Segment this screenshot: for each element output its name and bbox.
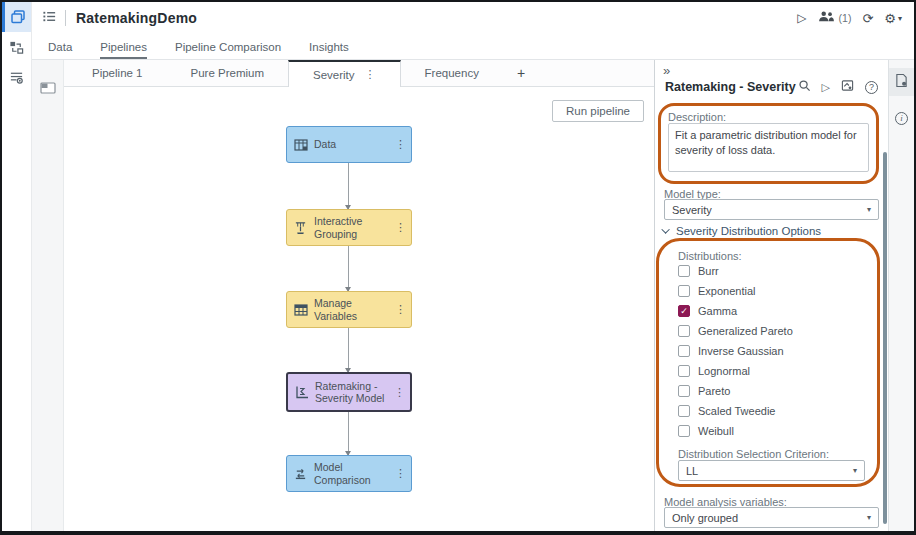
rail-item-info[interactable]: i: [889, 104, 914, 132]
checkbox-gamma[interactable]: ✓Gamma: [678, 305, 737, 317]
project-title: RatemakingDemo: [76, 10, 197, 26]
checkbox-icon[interactable]: [678, 365, 690, 377]
tab-pipelines[interactable]: Pipelines: [100, 41, 147, 59]
checkbox-label: Inverse Gaussian: [698, 345, 784, 357]
checkbox-weibull[interactable]: Weibull: [678, 425, 734, 437]
right-rail: i: [888, 60, 914, 531]
run-node-icon[interactable]: ▷: [822, 82, 830, 93]
rail-item-node-properties[interactable]: [889, 68, 914, 96]
severity-distribution-options-section[interactable]: Severity Distribution Options: [664, 225, 821, 237]
info-icon: i: [895, 112, 908, 125]
main-column: RatemakingDemo ▷ (1) ⟳ ⚙ ▾ Data Pipeline…: [32, 2, 914, 531]
connector-arrow: [348, 328, 349, 372]
node-kebab-icon[interactable]: ⋮: [395, 467, 406, 480]
run-project-icon[interactable]: ▷: [797, 12, 806, 24]
node-kebab-icon[interactable]: ⋮: [395, 303, 406, 316]
pipeline-tab-pure-premium[interactable]: Pure Premium: [167, 60, 289, 86]
panel-scrollbar[interactable]: [883, 152, 887, 524]
checkbox-lognormal[interactable]: Lognormal: [678, 365, 750, 377]
section-header-label: Severity Distribution Options: [676, 225, 821, 237]
node-label: Data: [314, 138, 390, 150]
connector-arrow: [348, 246, 349, 291]
checkbox-inverse-gaussian[interactable]: Inverse Gaussian: [678, 345, 784, 357]
caret-down-icon: ▾: [867, 205, 871, 214]
node-interactive-grouping[interactable]: Interactive Grouping ⋮: [286, 209, 412, 246]
project-list-icon[interactable]: [42, 9, 57, 28]
analysis-variables-select[interactable]: Only grouped ▾: [664, 507, 879, 528]
tab-kebab-icon[interactable]: ⋮: [365, 68, 376, 81]
gear-icon: ⚙: [884, 12, 896, 25]
model-type-select[interactable]: Severity ▾: [664, 199, 879, 220]
checkbox-scaled-tweedie[interactable]: Scaled Tweedie: [678, 405, 775, 417]
results-icon[interactable]: [841, 78, 854, 96]
app-tab-bar: Data Pipelines Pipeline Comparison Insig…: [32, 34, 914, 60]
node-label: Interactive Grouping: [314, 215, 390, 239]
checkbox-burr[interactable]: Burr: [678, 265, 719, 277]
checkbox-icon[interactable]: ✓: [678, 305, 690, 317]
pipeline-canvas[interactable]: Run pipeline Data ⋮: [64, 87, 654, 531]
collaborators-button[interactable]: (1): [818, 9, 852, 27]
connector-arrow: [348, 163, 349, 209]
checkbox-label: Generalized Pareto: [698, 325, 793, 337]
table-grid-icon: [294, 303, 309, 317]
run-pipeline-button[interactable]: Run pipeline: [552, 100, 644, 122]
checkbox-icon[interactable]: [678, 325, 690, 337]
collaborator-count: (1): [839, 12, 852, 24]
node-label: Manage Variables: [314, 297, 390, 321]
checkbox-generalized-pareto[interactable]: Generalized Pareto: [678, 325, 793, 337]
rail-item-pipelines[interactable]: [2, 2, 31, 32]
tab-data[interactable]: Data: [48, 41, 72, 59]
rail-item-flow[interactable]: [2, 32, 31, 62]
description-field[interactable]: Fit a parametric distribution model for …: [668, 123, 869, 172]
swap-nodes-icon: [9, 40, 24, 55]
canvas-side-strip: [32, 60, 64, 531]
node-label: Model Comparison: [314, 461, 390, 485]
checkbox-label: Lognormal: [698, 365, 750, 377]
checkbox-icon[interactable]: [678, 405, 690, 417]
pipeline-tab-frequency[interactable]: Frequency: [401, 60, 503, 86]
collapse-panel-icon[interactable]: »: [663, 63, 670, 78]
add-pipeline-button[interactable]: +: [503, 60, 539, 86]
checkbox-icon[interactable]: [678, 385, 690, 397]
stacked-windows-icon: [10, 9, 26, 25]
left-rail: [2, 2, 32, 531]
node-options-panel: » Ratemaking - Severity M... ▷ ?: [654, 60, 888, 531]
sigma-chart-icon: [295, 385, 310, 399]
rail-item-data-settings[interactable]: [2, 62, 31, 92]
checkbox-exponential[interactable]: Exponential: [678, 285, 756, 297]
distributions-label: Distributions:: [678, 250, 742, 262]
minimap-icon[interactable]: [40, 80, 56, 98]
pipeline-tab-severity-label: Severity: [313, 69, 355, 81]
checkbox-icon[interactable]: [678, 345, 690, 357]
node-kebab-icon[interactable]: ⋮: [394, 386, 405, 399]
analysis-variables-value: Only grouped: [672, 512, 738, 524]
node-model-comparison[interactable]: Model Comparison ⋮: [286, 455, 412, 492]
checkbox-pareto[interactable]: Pareto: [678, 385, 730, 397]
help-icon[interactable]: ?: [865, 81, 878, 94]
refresh-icon[interactable]: ⟳: [862, 12, 873, 25]
data-table-icon: [294, 138, 309, 152]
description-label: Description:: [668, 111, 726, 123]
settings-menu-button[interactable]: ⚙ ▾: [884, 12, 902, 25]
checkbox-icon[interactable]: [678, 265, 690, 277]
node-manage-variables[interactable]: Manage Variables ⋮: [286, 291, 412, 328]
caret-down-icon: ▾: [853, 466, 857, 475]
criterion-select[interactable]: LL ▾: [678, 460, 865, 481]
tab-pipeline-comparison[interactable]: Pipeline Comparison: [175, 41, 281, 59]
node-kebab-icon[interactable]: ⋮: [395, 221, 406, 234]
pipeline-tab-severity[interactable]: Severity ⋮: [288, 60, 401, 87]
search-icon[interactable]: [798, 78, 811, 96]
node-data[interactable]: Data ⋮: [286, 126, 412, 163]
criterion-value: LL: [686, 465, 698, 477]
grouping-icon: [294, 221, 309, 234]
criterion-label: Distribution Selection Criterion:: [678, 448, 829, 460]
panel-title: Ratemaking - Severity M...: [665, 80, 798, 94]
checkbox-label: Gamma: [698, 305, 737, 317]
connector-arrow: [348, 412, 349, 455]
checkbox-icon[interactable]: [678, 285, 690, 297]
node-ratemaking-severity-model[interactable]: Ratemaking - Severity Model ⋮: [286, 372, 412, 412]
checkbox-icon[interactable]: [678, 425, 690, 437]
node-kebab-icon[interactable]: ⋮: [395, 138, 406, 151]
pipeline-tab-1[interactable]: Pipeline 1: [68, 60, 167, 86]
tab-insights[interactable]: Insights: [309, 41, 349, 59]
